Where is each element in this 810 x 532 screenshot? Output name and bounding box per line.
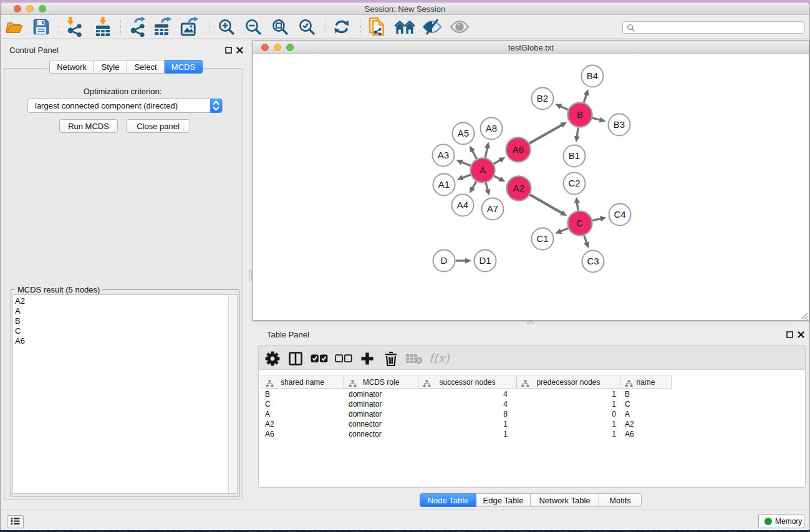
zoom-in-button[interactable] <box>216 17 237 36</box>
tab-edge-table[interactable]: Edge Table <box>476 493 531 507</box>
column-header-predecessor-nodes[interactable]: predecessor nodes <box>517 375 620 389</box>
table-cell[interactable]: dominator <box>344 389 418 399</box>
graph-node-C2[interactable]: C2 <box>564 173 586 195</box>
table-row-A2[interactable]: A2connector11A2 <box>259 419 806 429</box>
graph-node-C3[interactable]: C3 <box>582 251 604 273</box>
column-header-successor-nodes[interactable]: successor nodes <box>418 375 517 389</box>
search-box[interactable] <box>622 21 805 34</box>
table-cell[interactable]: 4 <box>418 399 517 409</box>
close-panel-button[interactable] <box>236 46 244 54</box>
graph-node-A4[interactable]: A4 <box>452 195 474 216</box>
graph-node-C1[interactable]: C1 <box>532 228 554 250</box>
column-header-shared-name[interactable]: shared name <box>261 375 344 389</box>
graph-edge-A-A5[interactable] <box>472 150 477 159</box>
graph-edge-A-A3[interactable] <box>461 162 471 166</box>
table-cell[interactable]: C <box>620 399 672 409</box>
graph-edge-C-C1[interactable] <box>560 228 568 232</box>
column-header-MCDS-role[interactable]: MCDS role <box>344 375 418 389</box>
graph-edge-B-B4[interactable] <box>584 94 586 103</box>
graph-node-B[interactable]: B <box>568 103 592 127</box>
graph-node-A6[interactable]: A6 <box>506 138 531 162</box>
horizontal-split-handle[interactable] <box>527 321 534 324</box>
memory-button[interactable]: Memory <box>758 514 804 528</box>
resize-grip-icon[interactable] <box>800 311 808 319</box>
graph-edge-C-C3[interactable] <box>584 235 587 243</box>
show-panels-button[interactable] <box>449 17 470 36</box>
graph-edge-C-C2[interactable] <box>577 202 578 211</box>
table-row-A6[interactable]: A6connector11A6 <box>259 429 806 439</box>
table-cell[interactable]: A2 <box>261 419 344 429</box>
table-cell[interactable]: A6 <box>261 429 344 439</box>
graph-edge-B-B1[interactable] <box>577 127 578 137</box>
open-session-button[interactable] <box>3 17 24 36</box>
graph-edge-B-B3[interactable] <box>592 118 601 120</box>
graph-node-A[interactable]: A <box>471 158 495 183</box>
refresh-button[interactable] <box>331 17 352 36</box>
mcds-result-list[interactable]: A2ABCA6 <box>12 294 238 494</box>
graph-node-D[interactable]: D <box>433 250 455 272</box>
mcds-result-scrollbar[interactable] <box>228 295 237 493</box>
export-image-button[interactable] <box>180 17 201 36</box>
float-panel-button[interactable] <box>224 46 233 54</box>
table-cell[interactable]: 1 <box>517 389 620 399</box>
export-network-button[interactable] <box>127 17 148 36</box>
graph-node-A2[interactable]: A2 <box>507 177 531 201</box>
graph-edge-B-B2[interactable] <box>560 106 569 110</box>
table-cell[interactable]: B <box>261 389 344 399</box>
column-header-name[interactable]: name <box>620 375 672 389</box>
add-column-button[interactable] <box>357 349 378 368</box>
graph-node-B1[interactable]: B1 <box>564 145 586 167</box>
table-cell[interactable]: 1 <box>517 399 620 409</box>
zoom-selected-button[interactable] <box>296 17 317 36</box>
tab-style[interactable]: Style <box>94 60 127 74</box>
graph-node-D1[interactable]: D1 <box>475 250 496 272</box>
graph-node-A5[interactable]: A5 <box>453 123 475 145</box>
graph-edge-A-A4[interactable] <box>472 181 476 189</box>
panel-list-button[interactable] <box>7 515 24 528</box>
graph-node-B3[interactable]: B3 <box>609 114 630 136</box>
table-cell[interactable]: dominator <box>344 409 418 419</box>
table-cell[interactable]: A6 <box>620 429 672 439</box>
network-canvas[interactable]: AA6A2BCA5A8A3A1A4A7B2B4B3B1C2C4C1C3DD1 <box>254 55 808 319</box>
table-row-B[interactable]: Bdominator41B <box>259 389 806 399</box>
graph-edge-A-A7[interactable] <box>486 183 488 191</box>
select-all-columns-button[interactable] <box>309 349 330 368</box>
mcds-result-item[interactable]: C <box>13 326 237 336</box>
tab-mcds[interactable]: MCDS <box>165 60 203 74</box>
mcds-result-item[interactable]: A2 <box>13 296 237 306</box>
table-cell[interactable]: A <box>620 409 672 419</box>
table-cell[interactable]: A2 <box>620 419 672 429</box>
graph-node-B4[interactable]: B4 <box>582 65 604 87</box>
table-row-C[interactable]: Cdominator41C <box>259 399 806 409</box>
import-table-button[interactable] <box>92 17 113 36</box>
table-cell[interactable]: 1 <box>418 419 517 429</box>
graph-edge-A2-C[interactable] <box>530 195 562 213</box>
close-table-panel-button[interactable] <box>797 331 805 339</box>
graph-edge-A6-B[interactable] <box>529 125 562 143</box>
graph-node-A7[interactable]: A7 <box>482 198 504 220</box>
tab-motifs[interactable]: Motifs <box>599 493 642 507</box>
graph-edge-C-C4[interactable] <box>592 218 602 220</box>
mcds-result-item[interactable]: A <box>13 306 237 316</box>
duplicate-network-button[interactable] <box>367 17 388 36</box>
export-table-button[interactable] <box>153 17 174 36</box>
save-session-button[interactable] <box>31 17 52 36</box>
import-network-button[interactable] <box>64 17 85 36</box>
tab-node-table[interactable]: Node Table <box>420 493 476 507</box>
mcds-result-item[interactable]: B <box>13 316 237 326</box>
graph-node-A3[interactable]: A3 <box>433 145 455 167</box>
zoom-fit-button[interactable] <box>269 17 291 36</box>
table-cell[interactable]: B <box>620 389 672 399</box>
tab-network[interactable]: Network <box>49 60 94 74</box>
table-cell[interactable]: 1 <box>517 429 620 439</box>
graph-node-C4[interactable]: C4 <box>609 204 631 226</box>
graph-node-C[interactable]: C <box>568 211 592 236</box>
table-cell[interactable]: A <box>261 409 344 419</box>
criterion-dropdown[interactable]: largest connected component (directed) <box>27 99 223 113</box>
graph-edge-A-A6[interactable] <box>494 160 501 164</box>
graph-node-B2[interactable]: B2 <box>532 88 554 110</box>
table-settings-button[interactable] <box>262 349 283 368</box>
graph-edge-A-A8[interactable] <box>485 147 488 158</box>
table-cell[interactable]: 1 <box>418 429 517 439</box>
graph-node-A1[interactable]: A1 <box>433 174 455 196</box>
